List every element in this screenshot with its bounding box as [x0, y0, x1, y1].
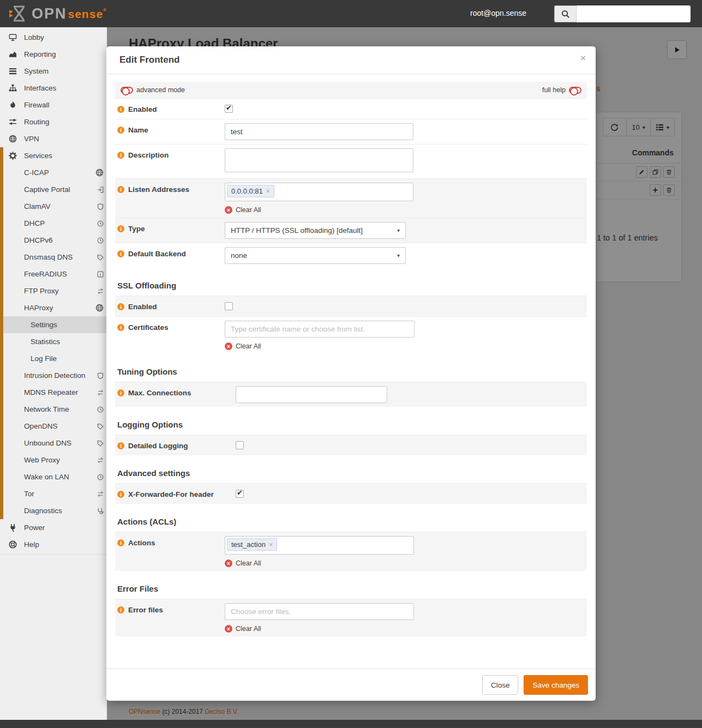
sidebar-item-captive-portal[interactable]: Captive Portal — [3, 181, 107, 198]
sidebar-item-clamav[interactable]: ClamAV — [3, 198, 107, 215]
sidebar-item-statistics[interactable]: Statistics — [3, 333, 107, 350]
info-icon[interactable]: i — [117, 152, 124, 159]
sidebar-item-services[interactable]: Services — [3, 147, 107, 164]
advanced-mode-toggle[interactable]: advanced mode — [121, 86, 185, 94]
clear-all-button[interactable]: × Clear All — [225, 206, 585, 214]
sidebar-item-wake-on-lan[interactable]: Wake on LAN — [3, 468, 107, 485]
enabled-checkbox[interactable] — [225, 105, 233, 113]
info-icon[interactable]: i — [117, 491, 124, 498]
sidebar-navigation: LobbyReportingSystemInterfacesFirewallRo… — [0, 27, 107, 720]
max-connections-input[interactable] — [236, 386, 387, 403]
info-icon[interactable]: i — [117, 442, 124, 449]
sidebar-item-tor[interactable]: Tor — [3, 485, 107, 502]
opnsense-logo[interactable]: OPN sense® — [9, 4, 107, 23]
token-remove-icon[interactable]: × — [266, 188, 270, 195]
clock-icon — [97, 406, 104, 413]
sidebar-item-vpn[interactable]: VPN — [0, 130, 107, 147]
sidebar-item-haproxy[interactable]: HAProxy — [3, 299, 107, 316]
sidebar-item-freeradius[interactable]: FreeRADIUS — [3, 266, 107, 282]
info-icon[interactable]: i — [117, 606, 124, 613]
sidebar-item-mdns-repeater[interactable]: MDNS Repeater — [3, 384, 107, 401]
info-icon[interactable]: i — [117, 539, 124, 546]
xff-checkbox[interactable] — [236, 490, 244, 498]
sidebar-item-label: Power — [24, 524, 45, 532]
token-remove-icon[interactable]: × — [269, 541, 273, 549]
logo-text-opn: OPN — [32, 7, 67, 21]
ssl-enabled-checkbox[interactable] — [225, 302, 233, 310]
sidebar-item-label: Routing — [24, 118, 50, 126]
info-icon[interactable]: i — [117, 186, 124, 193]
sidebar-item-system[interactable]: System — [0, 63, 107, 80]
exchange-icon — [97, 491, 104, 497]
sidebar-item-label: Lobby — [24, 33, 44, 41]
modal-footer: Close Save changes — [106, 669, 596, 701]
sidebar-divider — [0, 554, 107, 555]
sidebar-item-power[interactable]: Power — [0, 519, 107, 536]
gear-icon — [9, 152, 18, 160]
clear-all-icon: × — [225, 625, 232, 633]
sidebar-item-dhcp[interactable]: DHCP — [3, 215, 107, 232]
clock-icon — [97, 237, 104, 244]
search-input[interactable] — [577, 5, 691, 22]
save-changes-button[interactable]: Save changes — [524, 675, 588, 695]
sidebar-item-intrusion-detection[interactable]: Intrusion Detection — [3, 367, 107, 384]
close-button[interactable]: Close — [482, 675, 519, 695]
error-files-input[interactable] — [225, 603, 414, 620]
clear-all-icon: × — [225, 559, 232, 567]
sidebar-item-lobby[interactable]: Lobby — [0, 29, 107, 46]
info-icon[interactable]: i — [117, 303, 124, 310]
sidebar-item-firewall[interactable]: Firewall — [0, 97, 107, 113]
sidebar-item-dnsmasq-dns[interactable]: Dnsmasq DNS — [3, 249, 107, 266]
clock-icon — [97, 220, 104, 227]
clear-all-button[interactable]: × Clear All — [225, 559, 585, 567]
sidebar-item-reporting[interactable]: Reporting — [0, 46, 107, 63]
listen-addresses-input[interactable]: 0.0.0.0:81 × — [225, 183, 413, 201]
sidebar-item-network-time[interactable]: Network Time — [3, 401, 107, 418]
sidebar-item-opendns[interactable]: OpenDNS — [3, 418, 107, 435]
actions-input[interactable]: test_action × — [225, 536, 414, 555]
sidebar-item-label: Log File — [31, 354, 57, 363]
info-icon[interactable]: i — [117, 106, 124, 113]
close-icon[interactable]: × — [580, 53, 586, 64]
type-select[interactable]: HTTP / HTTPS (SSL offloading) [default] … — [225, 222, 406, 239]
sidebar-item-ftp-proxy[interactable]: FTP Proxy — [3, 282, 107, 299]
row-xff-header: iX-Forwarded-For header — [115, 483, 587, 504]
info-icon[interactable]: i — [117, 250, 124, 257]
sidebar-item-label: Network Time — [24, 405, 69, 413]
section-error-files: Error Files — [117, 584, 585, 593]
sidebar-item-help[interactable]: Help — [0, 536, 107, 553]
sidebar-item-settings[interactable]: Settings — [3, 316, 107, 333]
sidebar-item-dhcpv6[interactable]: DHCPv6 — [3, 232, 107, 249]
info-icon[interactable]: i — [117, 324, 124, 331]
detailed-logging-checkbox[interactable] — [236, 441, 244, 449]
sidebar-item-label: HAProxy — [24, 304, 53, 312]
sidebar-item-label: Tor — [24, 490, 34, 498]
full-help-toggle[interactable]: full help — [542, 86, 581, 94]
row-description: iDescription — [115, 144, 587, 178]
row-name: iName — [115, 119, 587, 144]
sidebar-item-interfaces[interactable]: Interfaces — [0, 80, 107, 97]
description-input[interactable] — [225, 148, 413, 172]
sidebar-item-c-icap[interactable]: C-ICAP — [3, 164, 107, 181]
name-input[interactable] — [225, 123, 413, 140]
sidebar-item-unbound-dns[interactable]: Unbound DNS — [3, 435, 107, 452]
clear-all-button[interactable]: × Clear All — [225, 625, 585, 633]
clear-all-button[interactable]: × Clear All — [225, 342, 585, 350]
sidebar-item-label: Statistics — [31, 338, 60, 346]
help-toggle-row: advanced mode full help — [115, 82, 587, 98]
info-icon[interactable]: i — [117, 225, 124, 232]
sidebar-item-log-file[interactable]: Log File — [3, 350, 107, 367]
toggle-off-icon — [121, 87, 133, 94]
default-backend-select[interactable]: none ▾ — [225, 247, 406, 264]
section-advanced-settings: Advanced settings — [117, 468, 585, 478]
info-icon[interactable]: i — [117, 127, 124, 134]
toggle-off-icon — [569, 87, 581, 94]
action-token: test_action × — [227, 538, 277, 551]
sidebar-item-web-proxy[interactable]: Web Proxy — [3, 452, 107, 468]
certificates-input[interactable] — [225, 321, 415, 338]
tag-icon — [97, 440, 104, 447]
sidebar-item-routing[interactable]: Routing — [0, 113, 107, 130]
sidebar-item-diagnostics[interactable]: Diagnostics — [3, 502, 107, 519]
info-icon[interactable]: i — [117, 389, 124, 396]
search-button[interactable] — [554, 5, 577, 22]
